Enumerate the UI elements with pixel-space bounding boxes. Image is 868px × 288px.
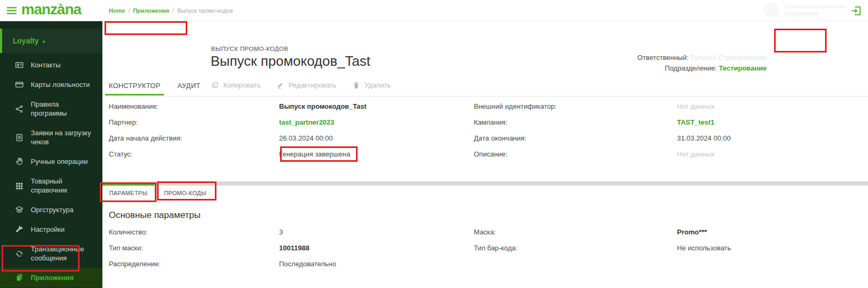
param-label: Тип бар-кода: bbox=[474, 240, 677, 256]
sidebar-item[interactable]: Контакты bbox=[0, 55, 102, 75]
breadcrumb-separator: / bbox=[172, 7, 174, 14]
user-menu[interactable]: ☺ Татьяна Стрекаловская Тестирование bbox=[764, 3, 845, 17]
sidebar-item-icon bbox=[15, 205, 24, 214]
main-tab[interactable]: КОНСТРУКТОР bbox=[109, 82, 160, 95]
field-value: 26.03.2024 00:00 bbox=[279, 130, 474, 146]
param-label: Количество: bbox=[102, 224, 279, 240]
field-value: 31.03.2024 00:00 bbox=[677, 130, 868, 146]
user-name: Татьяна Стрекаловская bbox=[783, 3, 845, 10]
breadcrumb-applications[interactable]: Приложения bbox=[133, 7, 169, 14]
sidebar-item-icon bbox=[15, 104, 24, 114]
department-label: Подразделение: bbox=[665, 64, 717, 72]
field-label: Внешний идентификатор: bbox=[474, 99, 677, 115]
responsible-value: Татьяна Стрекаловская bbox=[690, 54, 767, 62]
sidebar-item-label: Контакты bbox=[31, 60, 60, 69]
field-label: Статус: bbox=[102, 146, 279, 162]
field-value: Генерация завершена bbox=[279, 146, 474, 162]
divider bbox=[102, 96, 868, 97]
section-label: ВЫПУСК ПРОМО-КОДОВ bbox=[211, 46, 288, 52]
user-department: Тестирование bbox=[783, 10, 845, 17]
field-label: Дата окончания: bbox=[474, 130, 677, 146]
sidebar-item-label: Транзакционные сообщения bbox=[31, 245, 96, 263]
sidebar-item-icon bbox=[15, 80, 24, 89]
tab-parameters[interactable]: ПАРАМЕТРЫ bbox=[102, 184, 154, 200]
param-label: Распределение: bbox=[102, 256, 279, 272]
breadcrumb-home[interactable]: Home bbox=[109, 7, 125, 14]
sidebar-item-icon bbox=[15, 133, 24, 142]
field-label: Наименование: bbox=[102, 99, 279, 115]
sidebar-item-label: Приложения bbox=[31, 273, 74, 282]
param-label: Тип маски: bbox=[102, 240, 279, 256]
sidebar-item[interactable]: Приложения bbox=[0, 268, 102, 287]
sidebar-group-loyalty[interactable]: Loyalty ▾ bbox=[0, 29, 102, 53]
sidebar-item-label: Карты лояльности bbox=[31, 80, 90, 89]
sidebar-item[interactable]: Транзакционные сообщения bbox=[0, 239, 102, 268]
sidebar-item[interactable]: Правила программы bbox=[0, 94, 102, 123]
field-label: Описание: bbox=[474, 146, 677, 162]
copy-icon bbox=[211, 81, 219, 89]
delete-button-label: Удалить bbox=[364, 81, 391, 89]
sidebar-item-label: Ручные операции bbox=[31, 157, 88, 166]
params-grid: Количество: 3 Маска: Promo*** Тип маски:… bbox=[102, 224, 868, 272]
copy-button-label: Копировать bbox=[223, 81, 261, 89]
main-tab-label: АУДИТ bbox=[177, 82, 200, 90]
breadcrumb-current: Выпуск промо-кодов bbox=[177, 7, 233, 14]
sidebar-item[interactable]: Товарный справочник bbox=[0, 171, 102, 200]
sidebar-item-icon bbox=[15, 60, 24, 69]
main-tab[interactable]: АУДИТ bbox=[177, 82, 200, 95]
field-value: TAST_test1 bbox=[677, 115, 868, 130]
copy-button[interactable]: Копировать bbox=[211, 81, 261, 89]
param-value: 3 bbox=[279, 224, 474, 240]
pencil-icon bbox=[276, 81, 284, 89]
breadcrumb: Home / Приложения / Выпуск промо-кодов bbox=[109, 7, 233, 14]
param-label bbox=[474, 256, 677, 272]
breadcrumb-separator: / bbox=[128, 7, 130, 14]
sidebar-item-label: Заявки на загрузку чеков bbox=[31, 128, 96, 146]
sidebar-nav: Контакты Карты лояльности Правила програ… bbox=[0, 55, 102, 288]
sidebar-item-icon bbox=[15, 181, 24, 190]
top-bar: manzàna Home / Приложения / Выпуск промо… bbox=[0, 0, 868, 21]
sidebar-item[interactable]: Карты лояльности bbox=[0, 75, 102, 94]
tab-parameters-label: ПАРАМЕТРЫ bbox=[109, 190, 147, 196]
sidebar-item-label: Товарный справочник bbox=[31, 177, 96, 195]
field-label: Дата начала действия: bbox=[102, 130, 279, 146]
delete-button[interactable]: Удалить bbox=[352, 81, 391, 89]
sidebar-item-icon bbox=[15, 249, 24, 258]
tab-promo-codes[interactable]: ПРОМО-КОДЫ bbox=[154, 186, 215, 200]
sidebar-item-label: Оргструктура bbox=[31, 205, 74, 214]
field-label: Кампания: bbox=[474, 115, 677, 130]
tab-promo-codes-label: ПРОМО-КОДЫ bbox=[164, 190, 206, 196]
sidebar-item-icon bbox=[15, 273, 24, 282]
sidebar-item[interactable]: Настройки bbox=[0, 220, 102, 239]
field-label: Партнер: bbox=[102, 115, 279, 130]
trash-icon bbox=[352, 81, 360, 89]
sidebar-item[interactable]: Ручные операции bbox=[0, 152, 102, 171]
page-title: Выпуск промокодов_Tast bbox=[211, 53, 370, 69]
header-meta: Ответственный: Татьяна Стрекаловская Под… bbox=[637, 53, 767, 74]
sidebar-item-label: Настройки bbox=[31, 225, 65, 234]
main-tabs: КОНСТРУКТОР АУДИТ bbox=[109, 82, 201, 95]
app-window: manzàna Home / Приложения / Выпуск промо… bbox=[0, 0, 868, 288]
hamburger-menu-icon[interactable] bbox=[5, 5, 18, 16]
field-value: tast_partner2023 bbox=[279, 115, 474, 130]
user-name-block: Татьяна Стрекаловская Тестирование bbox=[783, 3, 845, 17]
department-value[interactable]: Тестирование bbox=[719, 64, 767, 72]
sidebar: Loyalty ▾ Контакты Карты лояльности Прав… bbox=[0, 21, 102, 288]
brand-logo[interactable]: manzàna bbox=[21, 1, 81, 18]
param-value: Promo*** bbox=[677, 224, 868, 240]
toolbar: Копировать Редактировать Удалить bbox=[211, 81, 390, 89]
chevron-down-icon: ▾ bbox=[42, 38, 45, 45]
sidebar-item-icon bbox=[15, 225, 24, 234]
sidebar-item-label: Правила программы bbox=[31, 100, 96, 118]
logout-icon[interactable] bbox=[850, 5, 862, 17]
sidebar-item[interactable]: Оргструктура bbox=[0, 200, 102, 220]
sidebar-group-label: Loyalty bbox=[13, 37, 39, 45]
edit-button[interactable]: Редактировать bbox=[276, 81, 336, 89]
main-tab-label: КОНСТРУКТОР bbox=[109, 82, 160, 90]
avatar: ☺ bbox=[764, 3, 778, 17]
sidebar-item-icon bbox=[15, 157, 24, 166]
details-grid: Наименование: Выпуск промокодов_Tast Вне… bbox=[102, 99, 868, 162]
sidebar-item[interactable]: Заявки на загрузку чеков bbox=[0, 123, 102, 152]
param-value: Не использовать bbox=[677, 240, 868, 256]
responsible-label: Ответственный: bbox=[637, 54, 688, 62]
